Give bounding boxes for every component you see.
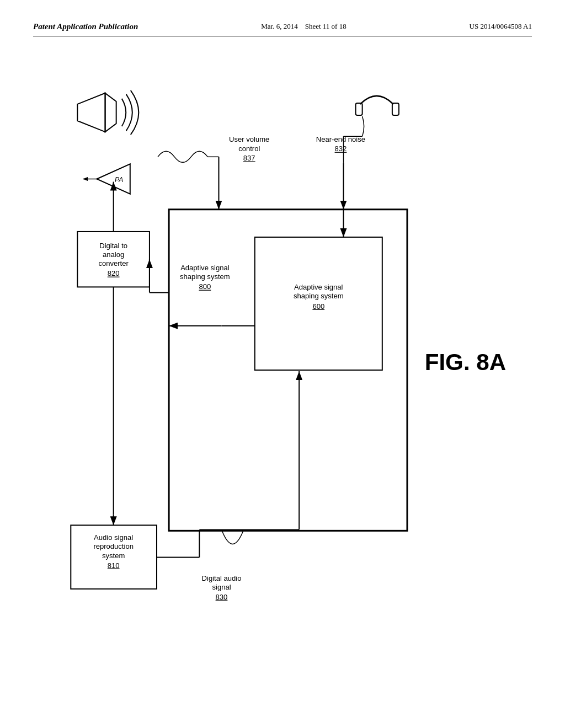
svg-text:system: system [102,552,125,560]
svg-text:600: 600 [312,302,324,311]
svg-text:FIG. 8A: FIG. 8A [425,349,507,375]
svg-text:signal: signal [212,583,231,591]
svg-text:837: 837 [243,154,255,162]
svg-rect-5 [392,103,399,115]
svg-text:800: 800 [199,282,211,291]
patent-page: Patent Application Publication Mar. 6, 2… [0,0,565,728]
diagram-area: Digital to analog converter 820 PA Audio… [33,47,532,682]
svg-text:832: 832 [335,144,347,153]
svg-text:control: control [238,144,260,153]
svg-text:User volume: User volume [229,135,269,143]
svg-text:Digital audio: Digital audio [202,574,242,582]
svg-text:Digital to: Digital to [99,242,127,250]
svg-text:converter: converter [98,259,129,267]
svg-marker-2 [105,93,116,132]
svg-text:shaping system: shaping system [180,272,230,281]
header-publication-type: Patent Application Publication [33,22,138,31]
header-date-sheet: Mar. 6, 2014 Sheet 11 of 18 [261,22,346,31]
diagram-svg: Digital to analog converter 820 PA Audio… [33,47,532,682]
svg-text:shaping system: shaping system [294,292,344,300]
svg-text:reproduction: reproduction [93,542,134,550]
svg-marker-3 [77,93,105,132]
page-header: Patent Application Publication Mar. 6, 2… [33,22,532,36]
svg-text:810: 810 [108,561,120,570]
svg-text:830: 830 [216,593,228,601]
svg-text:820: 820 [108,269,120,277]
svg-text:Adaptive signal: Adaptive signal [180,264,230,272]
svg-text:Audio signal: Audio signal [94,533,133,542]
header-patent-number: US 2014/0064508 A1 [470,22,532,31]
svg-rect-4 [356,103,363,115]
svg-text:Adaptive signal: Adaptive signal [294,283,343,291]
svg-text:PA: PA [115,176,123,184]
svg-text:analog: analog [103,250,124,259]
